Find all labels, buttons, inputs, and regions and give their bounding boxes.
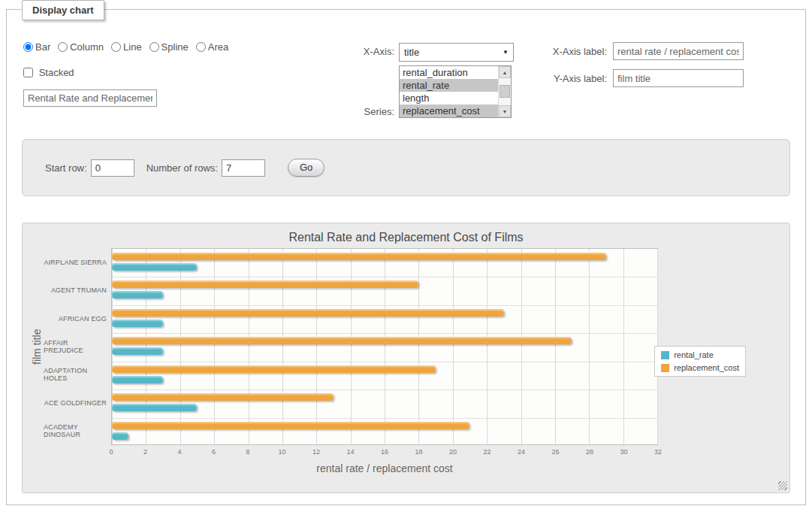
gridline-x-22 [487,249,488,444]
x-tick-label-2: 2 [143,448,147,456]
row-range-panel: Start row: Number of rows: Go [22,139,790,196]
y-axis-title: film title [30,248,44,445]
x-tick-label-10: 10 [278,448,285,456]
x-axis-label-field-label: X-Axis label: [491,46,607,57]
gridline-x-4 [180,249,181,444]
y-axis-label-field-label: Y-Axis label: [491,73,607,84]
bar-replacement_cost [112,280,418,288]
gridline-x-2 [146,249,146,444]
gridline-x-24 [521,249,522,444]
chart-type-group: BarColumnLineSplineArea [23,41,236,53]
chart-title: Rental Rate and Replacement Cost of Film… [29,231,783,244]
gridline-x-10 [282,249,283,444]
gridline-x-0 [112,249,113,444]
chart: Rental Rate and Replacement Cost of Film… [29,229,783,486]
series-label: Series: [337,106,394,117]
display-chart-legend: Display chart [22,0,104,20]
category-label: AFRICAN EGG [44,304,107,332]
bar-rental_rate [112,320,163,327]
chart-type-spline[interactable]: Spline [149,41,189,53]
gridline-y [112,418,657,419]
series-options: rental_durationrental_ratelengthreplacem… [400,66,498,117]
legend-swatch-replacement_cost [661,364,669,372]
gridline-x-20 [453,249,454,444]
x-axis-title: rental rate / replacement cost [111,462,658,474]
scroll-down-icon[interactable]: ▼ [499,105,511,117]
resize-handle-icon[interactable] [778,481,787,490]
bar-rental_rate [112,291,163,298]
x-tick-label-22: 22 [483,448,491,456]
x-tick-label-26: 26 [551,448,559,456]
category-label: AGENT TRUMAN [44,276,107,304]
x-tick-label-12: 12 [312,448,320,456]
stacked-checkbox[interactable] [23,68,33,77]
gridline-y [112,362,657,362]
bar-rental_rate [112,347,163,355]
bar-replacement_cost [112,309,504,317]
bar-replacement_cost [112,393,334,401]
x-tick-label-0: 0 [109,448,113,456]
x-tick-label-14: 14 [346,448,354,456]
y-axis-label-input[interactable] [613,69,744,87]
category-label: ADAPTATION HOLES [44,361,107,389]
x-axis-select-value: title [404,47,419,58]
scrollbar-thumb[interactable] [500,85,510,98]
chart-type-radio-spline[interactable] [149,42,159,52]
num-rows-label: Number of rows: [146,162,218,174]
chart-type-radio-bar[interactable] [23,42,33,52]
category-labels: AIRPLANE SIERRAAGENT TRUMANAFRICAN EGGAF… [44,248,107,445]
gridline-x-12 [316,249,317,444]
start-row-input[interactable] [91,159,134,177]
chart-options-panel: BarColumnLineSplineArea Stacked X-Axis: … [7,10,805,139]
x-tick-label-30: 30 [620,448,627,456]
display-chart-fieldset: Display chart BarColumnLineSplineArea St… [6,9,806,505]
chart-type-bar[interactable]: Bar [23,41,50,53]
bar-rental_rate [112,432,128,440]
gridline-x-18 [418,249,419,444]
gridline-y [112,389,657,390]
x-axis-ticks: 02468101214161820222426283032 [29,448,783,457]
gridline-y [112,333,657,334]
category-label: ACADEMY DINOSAUR [44,417,107,445]
chart-type-area[interactable]: Area [196,41,228,53]
chart-type-radio-area[interactable] [196,42,206,52]
legend-item-rental_rate: rental_rate [661,350,739,359]
bar-rental_rate [112,404,197,411]
x-axis-select-label: X-Axis: [337,46,394,57]
gridline-y [112,305,657,306]
series-option-rental_duration[interactable]: rental_duration [400,66,498,79]
start-row-label: Start row: [45,162,87,174]
legend-label-replacement_cost: replacement_cost [674,363,739,372]
x-tick-label-4: 4 [177,448,181,456]
series-option-rental_rate[interactable]: rental_rate [400,79,498,92]
num-rows-input[interactable] [222,159,265,177]
chart-type-line[interactable]: Line [111,41,142,53]
bar-replacement_cost [112,422,469,429]
chart-type-radio-line[interactable] [111,42,121,52]
bar-rental_rate [112,376,163,383]
gridline-x-14 [351,249,352,444]
gridline-x-6 [214,249,215,444]
gridline-x-8 [249,249,249,444]
category-label: AFFAIR PREJUDICE [44,332,107,360]
bar-replacement_cost [112,337,572,344]
category-label: ACE GOLDFINGER [44,389,107,417]
x-tick-label-20: 20 [449,448,457,456]
legend-swatch-rental_rate [661,351,669,359]
stacked-option[interactable]: Stacked [23,67,74,78]
chart-title-input[interactable] [23,89,157,107]
category-label: AIRPLANE SIERRA [44,248,107,276]
series-option-replacement_cost[interactable]: replacement_cost [400,105,498,117]
bar-replacement_cost [112,253,606,260]
page: Display chart BarColumnLineSplineArea St… [0,0,812,512]
series-option-length[interactable]: length [400,92,498,105]
gridline-x-16 [385,249,385,444]
stacked-label: Stacked [39,67,74,78]
x-tick-label-18: 18 [415,448,422,456]
go-button[interactable]: Go [288,159,324,177]
legend-label-rental_rate: rental_rate [674,350,714,359]
chart-type-column[interactable]: Column [58,41,104,53]
x-axis-label-input[interactable] [613,42,744,60]
chart-type-radio-column[interactable] [58,42,68,52]
plot-area [111,248,658,445]
